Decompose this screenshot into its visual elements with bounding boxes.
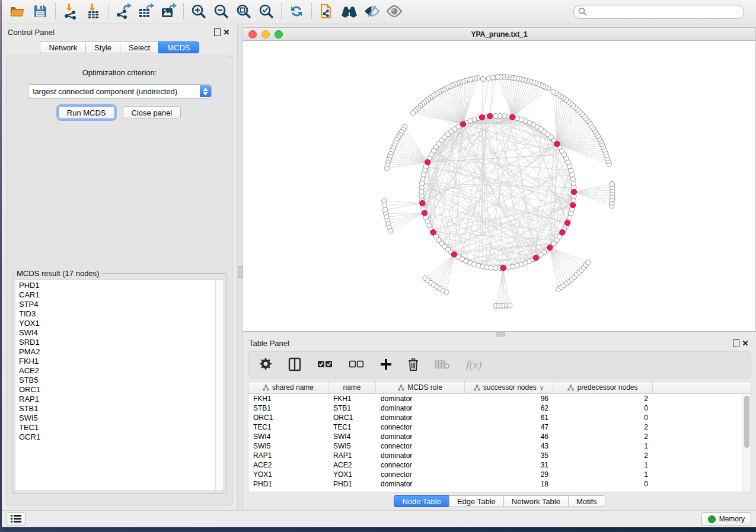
table-scrollbar[interactable] bbox=[742, 394, 751, 492]
graph-node[interactable] bbox=[480, 76, 485, 81]
mcds-list-item[interactable]: SWI5 bbox=[19, 414, 224, 423]
save-session-button[interactable] bbox=[29, 2, 52, 21]
show-hide-details-button[interactable] bbox=[361, 2, 383, 21]
select-all-button[interactable] bbox=[317, 356, 333, 374]
close-panel-icon[interactable]: ✕ bbox=[741, 338, 750, 348]
mcds-list-item[interactable]: SWI4 bbox=[19, 328, 224, 338]
tab-edge-table[interactable]: Edge Table bbox=[449, 495, 503, 507]
graph-hub-node[interactable] bbox=[564, 220, 570, 226]
add-column-button[interactable] bbox=[380, 356, 392, 374]
graph-hub-node[interactable] bbox=[570, 203, 575, 208]
graph-node[interactable] bbox=[586, 260, 591, 265]
graph-hub-node[interactable] bbox=[571, 189, 576, 194]
column-header-predecessor-nodes[interactable]: predecessor nodes bbox=[553, 382, 653, 393]
toggle-bird-eye-button[interactable] bbox=[383, 2, 406, 21]
tab-network[interactable]: Network bbox=[40, 41, 85, 53]
column-header-name[interactable]: name bbox=[328, 382, 376, 393]
graph-node[interactable] bbox=[384, 166, 389, 171]
zoom-out-button[interactable] bbox=[210, 2, 232, 21]
zoom-fit-button[interactable] bbox=[232, 2, 255, 21]
mcds-list-item[interactable]: STP4 bbox=[19, 300, 224, 309]
export-image-button[interactable] bbox=[157, 2, 180, 21]
scrollbar-thumb[interactable] bbox=[744, 396, 749, 448]
graph-hub-node[interactable] bbox=[420, 200, 425, 206]
graph-node[interactable] bbox=[411, 111, 416, 116]
vertical-splitter[interactable] bbox=[237, 24, 243, 510]
open-file-button[interactable] bbox=[7, 2, 29, 21]
column-settings-button[interactable] bbox=[259, 356, 272, 374]
splitter-grip[interactable] bbox=[496, 332, 505, 336]
mcds-list-item[interactable]: STB1 bbox=[19, 404, 224, 414]
graph-hub-node[interactable] bbox=[422, 210, 427, 216]
tab-mcds[interactable]: MCDS bbox=[158, 41, 199, 53]
tab-network-table[interactable]: Network Table bbox=[503, 495, 568, 507]
graph-hub-node[interactable] bbox=[479, 115, 484, 120]
close-panel-button[interactable]: Close panel bbox=[123, 106, 181, 119]
column-header-MCDS-role[interactable]: MCDS role bbox=[376, 382, 465, 393]
apply-layout-button[interactable] bbox=[285, 2, 308, 21]
graph-hub-node[interactable] bbox=[560, 230, 565, 235]
mcds-list-item[interactable]: SRD1 bbox=[19, 338, 224, 347]
tab-motifs[interactable]: Motifs bbox=[568, 495, 605, 507]
delete-column-button[interactable] bbox=[408, 356, 419, 374]
graph-hub-node[interactable] bbox=[461, 121, 466, 127]
table-row[interactable]: YOX1YOX1connector291 bbox=[248, 470, 751, 479]
tab-select[interactable]: Select bbox=[120, 41, 158, 53]
export-table-button[interactable] bbox=[135, 2, 157, 21]
table-row[interactable]: SWI4SWI4dominator462 bbox=[248, 432, 751, 441]
search-input[interactable] bbox=[573, 5, 744, 19]
graph-node[interactable] bbox=[490, 75, 495, 80]
mcds-list-scrollbar[interactable] bbox=[215, 280, 224, 491]
graph-hub-node[interactable] bbox=[509, 114, 515, 120]
deselect-all-button[interactable] bbox=[349, 356, 364, 374]
graph-hub-node[interactable] bbox=[500, 265, 506, 271]
graph-node[interactable] bbox=[382, 207, 387, 212]
find-button[interactable] bbox=[338, 2, 361, 21]
zoom-in-button[interactable] bbox=[187, 2, 210, 21]
mcds-list-item[interactable]: GCR1 bbox=[19, 432, 224, 442]
table-row[interactable]: RAP1RAP1dominator352 bbox=[248, 451, 751, 460]
close-panel-icon[interactable]: ✕ bbox=[222, 27, 231, 37]
graph-node[interactable] bbox=[495, 74, 500, 79]
network-window-titlebar[interactable]: YPA_prune.txt_1 bbox=[243, 28, 755, 41]
mcds-list-item[interactable]: FKH1 bbox=[19, 357, 224, 366]
table-row[interactable]: STB1STB1dominator620 bbox=[248, 403, 751, 413]
graph-hub-node[interactable] bbox=[547, 245, 553, 250]
mcds-list-item[interactable]: PHD1 bbox=[19, 281, 224, 290]
graph-node[interactable] bbox=[444, 290, 449, 294]
mcds-list-item[interactable]: ORC1 bbox=[19, 385, 224, 395]
run-mcds-button[interactable]: Run MCDS bbox=[58, 106, 115, 119]
network-view[interactable] bbox=[243, 41, 755, 331]
table-row[interactable]: TEC1TEC1connector472 bbox=[248, 422, 751, 432]
graph-hub-node[interactable] bbox=[533, 255, 538, 261]
table-row[interactable]: PHD1PHD1dominator180 bbox=[248, 479, 751, 489]
graph-node[interactable] bbox=[507, 303, 512, 307]
function-builder-button[interactable]: f(x) bbox=[466, 356, 481, 374]
network-from-selection-button[interactable] bbox=[315, 2, 338, 21]
export-network-button[interactable] bbox=[112, 2, 135, 21]
table-row[interactable]: ACE2ACE2connector311 bbox=[248, 460, 751, 470]
toggle-panels-button[interactable] bbox=[288, 356, 301, 374]
graph-hub-node[interactable] bbox=[430, 230, 436, 235]
memory-button[interactable]: Memory bbox=[701, 512, 751, 525]
graph-hub-node[interactable] bbox=[451, 252, 457, 257]
graph-hub-node[interactable] bbox=[487, 114, 492, 119]
task-history-button[interactable] bbox=[7, 512, 25, 525]
column-header-successor-nodes[interactable]: successor nodes∨ bbox=[465, 382, 553, 393]
mcds-list-item[interactable]: YOX1 bbox=[19, 319, 224, 328]
mcds-list-item[interactable]: TEC1 bbox=[19, 423, 224, 432]
float-panel-icon[interactable] bbox=[731, 338, 741, 348]
table-row[interactable]: SWI5SWI5connector431 bbox=[248, 441, 751, 451]
graph-node[interactable] bbox=[610, 181, 614, 186]
graph-hub-node[interactable] bbox=[425, 159, 430, 165]
graph-hub-node[interactable] bbox=[554, 141, 560, 146]
mcds-list-item[interactable]: CAR1 bbox=[19, 290, 224, 300]
table-row[interactable]: FKH1FKH1dominator962 bbox=[248, 394, 751, 403]
tab-node-table[interactable]: Node Table bbox=[394, 495, 449, 507]
mcds-list-item[interactable]: PMA2 bbox=[19, 347, 224, 357]
zoom-selected-button[interactable] bbox=[255, 2, 277, 21]
tab-style[interactable]: Style bbox=[85, 41, 120, 53]
graph-node[interactable] bbox=[388, 229, 393, 233]
delete-table-button[interactable] bbox=[435, 356, 450, 374]
mcds-list-item[interactable]: STB5 bbox=[19, 376, 224, 385]
